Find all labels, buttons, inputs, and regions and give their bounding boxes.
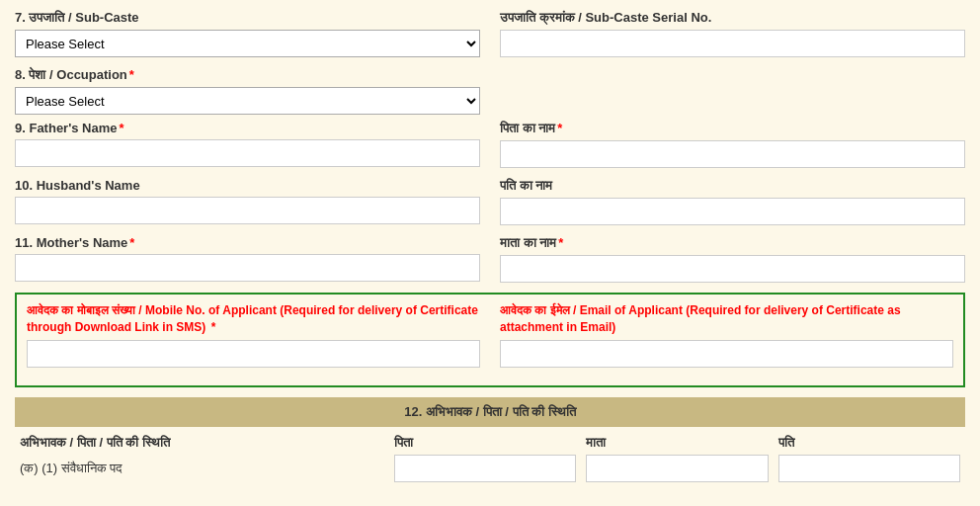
col-header-mata: माता <box>586 435 768 451</box>
email-col: आवेदक का ईमेल / Email of Applicant (Requ… <box>500 302 953 368</box>
husband-name-hi-label: पति का नाम <box>500 178 965 194</box>
mother-name-hi-input[interactable] <box>500 255 965 283</box>
occupation-label: 8. पेशा / Occupation* <box>15 67 480 83</box>
sub-caste-col: 7. उपजाति / Sub-Caste Please Select <box>15 10 480 57</box>
husband-name-en-input[interactable] <box>15 197 480 224</box>
mother-name-en-label: 11. Mother's Name* <box>15 235 480 250</box>
sub-caste-label: 7. उपजाति / Sub-Caste <box>15 10 480 26</box>
sub-caste-serial-input[interactable] <box>500 30 965 57</box>
mobile-email-row: आवेदक का मोबाइल संख्या / Mobile No. of A… <box>27 302 953 368</box>
section12-row1: (क) (1) संवैधानिक पद <box>15 455 965 482</box>
row1-mata-input[interactable] <box>586 455 768 482</box>
husband-name-hi-col: पति का नाम <box>500 178 965 225</box>
occupation-spacer <box>500 67 965 115</box>
row1-pati-input[interactable] <box>778 455 960 482</box>
father-name-en-col: 9. Father's Name* <box>15 121 480 168</box>
occupation-select[interactable]: Please Select <box>15 87 480 115</box>
email-input[interactable] <box>500 340 953 368</box>
husband-name-hi-input[interactable] <box>500 198 965 225</box>
sub-caste-select[interactable]: Please Select <box>15 30 480 57</box>
mother-name-en-col: 11. Mother's Name* <box>15 235 480 283</box>
form-container: 7. उपजाति / Sub-Caste Please Select उपजा… <box>0 0 980 492</box>
sub-caste-row: 7. उपजाति / Sub-Caste Please Select उपजा… <box>15 10 965 57</box>
mobile-label: आवेदक का मोबाइल संख्या / Mobile No. of A… <box>27 302 480 336</box>
husband-name-en-col: 10. Husband's Name <box>15 178 480 225</box>
mother-name-row: 11. Mother's Name* माता का नाम* <box>15 235 965 283</box>
father-name-en-label: 9. Father's Name* <box>15 121 480 135</box>
row1-pita-col <box>394 455 576 482</box>
col-header-pita: पिता <box>394 435 576 451</box>
husband-name-row: 10. Husband's Name पति का नाम <box>15 178 965 225</box>
sub-caste-serial-col: उपजाति क्रमांक / Sub-Caste Serial No. <box>500 10 965 57</box>
col-header-pati: पति <box>778 435 960 451</box>
row1-pita-input[interactable] <box>394 455 576 482</box>
husband-name-en-label: 10. Husband's Name <box>15 178 480 193</box>
row1-label: (क) (1) संवैधानिक पद <box>20 461 384 476</box>
section12-table-header: अभिभावक / पिता / पति की स्थिति पिता माता… <box>15 435 965 451</box>
father-name-hi-input[interactable] <box>500 140 965 168</box>
father-name-row: 9. Father's Name* पिता का नाम* <box>15 121 965 168</box>
row1-mata-col <box>586 455 768 482</box>
mobile-email-highlight-box: आवेदक का मोबाइल संख्या / Mobile No. of A… <box>15 293 965 387</box>
mobile-input[interactable] <box>27 340 480 368</box>
sub-caste-serial-label: उपजाति क्रमांक / Sub-Caste Serial No. <box>500 10 965 26</box>
mother-name-hi-label: माता का नाम* <box>500 235 965 251</box>
email-label: आवेदक का ईमेल / Email of Applicant (Requ… <box>500 302 953 336</box>
father-name-en-input[interactable] <box>15 139 480 167</box>
mobile-col: आवेदक का मोबाइल संख्या / Mobile No. of A… <box>27 302 480 368</box>
col-header-status: अभिभावक / पिता / पति की स्थिति <box>20 435 384 451</box>
occupation-col: 8. पेशा / Occupation* Please Select <box>15 67 480 115</box>
row1-pati-col <box>778 455 960 482</box>
mother-name-hi-col: माता का नाम* <box>500 235 965 283</box>
father-name-hi-col: पिता का नाम* <box>500 121 965 168</box>
occupation-row: 8. पेशा / Occupation* Please Select <box>15 67 965 115</box>
mother-name-en-input[interactable] <box>15 254 480 282</box>
father-name-hi-label: पिता का नाम* <box>500 121 965 136</box>
section12-header: 12. अभिभावक / पिता / पति की स्थिति <box>15 397 965 427</box>
